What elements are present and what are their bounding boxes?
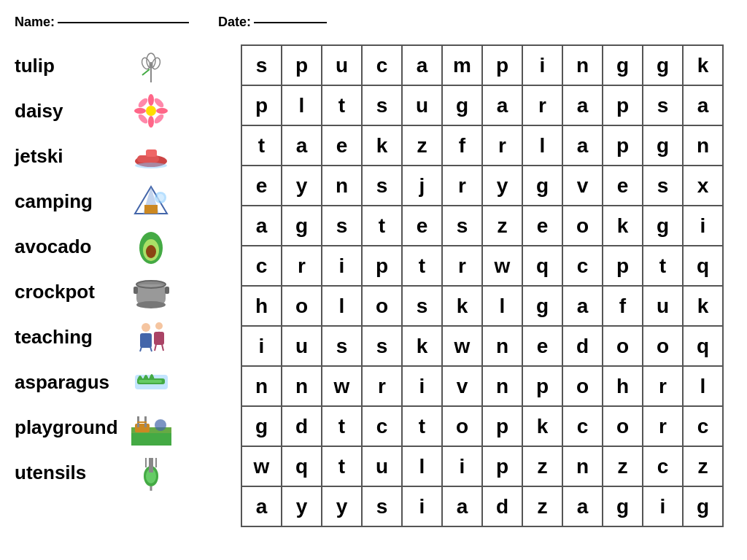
word-label: asparagus: [15, 371, 124, 394]
grid-cell: r: [442, 246, 482, 286]
grid-cell: s: [322, 206, 362, 246]
grid-cell: l: [402, 446, 442, 486]
list-item: teaching: [15, 316, 219, 358]
grid-cell: z: [603, 446, 643, 486]
grid-cell: g: [643, 125, 683, 166]
header: Name: Date:: [15, 15, 732, 30]
grid-cell: k: [402, 326, 442, 366]
word-search-grid: spucampinggkpltsugarapsataekzfrlapgneyns…: [241, 44, 724, 527]
grid-cell: n: [282, 366, 322, 406]
grid-cell: y: [322, 486, 362, 526]
grid-cell: g: [683, 486, 723, 526]
grid-cell: s: [402, 286, 442, 326]
grid-cell: s: [643, 166, 683, 206]
grid-cell: p: [603, 85, 643, 125]
grid-cell: n: [322, 166, 362, 206]
grid-cell: o: [603, 326, 643, 366]
list-item: jetski: [15, 135, 219, 177]
svg-rect-30: [165, 287, 169, 294]
list-item: asparagus: [15, 361, 219, 403]
svg-point-3: [151, 57, 162, 70]
name-field: Name:: [15, 15, 189, 30]
grid-cell: a: [562, 85, 603, 125]
svg-point-25: [146, 245, 156, 258]
grid-cell: r: [442, 166, 482, 206]
grid-cell: e: [241, 166, 282, 206]
svg-point-12: [137, 113, 150, 125]
grid-cell: o: [643, 326, 683, 366]
grid-cell: y: [282, 486, 322, 526]
grid-cell: t: [402, 406, 442, 446]
word-label: camping: [15, 190, 124, 213]
svg-point-9: [156, 108, 168, 114]
grid-cell: n: [241, 366, 282, 406]
grid-cell: c: [241, 246, 282, 286]
word-list: tulip daisy: [15, 44, 219, 527]
main-content: tulip daisy: [15, 44, 732, 527]
date-field: Date:: [218, 15, 327, 30]
grid-cell: g: [241, 406, 282, 446]
grid-cell: a: [241, 206, 282, 246]
list-item: crockpot: [15, 271, 219, 313]
svg-rect-29: [133, 287, 138, 294]
list-item: daisy: [15, 90, 219, 132]
grid-cell: c: [362, 406, 402, 446]
date-label: Date:: [218, 15, 251, 30]
grid-cell: l: [482, 286, 522, 326]
grid-cell: g: [522, 286, 562, 326]
svg-rect-52: [149, 458, 153, 472]
grid-cell: p: [362, 246, 402, 286]
grid-cell: l: [282, 85, 322, 125]
grid-cell: e: [402, 206, 442, 246]
grid-cell: r: [643, 366, 683, 406]
grid-cell: t: [362, 206, 402, 246]
list-item: tulip: [15, 44, 219, 87]
grid-cell: r: [282, 246, 322, 286]
grid-cell: l: [322, 286, 362, 326]
grid-cell: a: [482, 85, 522, 125]
grid-cell: a: [442, 486, 482, 526]
grid-cell: s: [643, 85, 683, 125]
grid-cell: n: [482, 326, 522, 366]
grid-cell: j: [402, 166, 442, 206]
grid-cell: k: [362, 125, 402, 166]
grid-cell: f: [442, 125, 482, 166]
grid-cell: o: [362, 286, 402, 326]
grid-cell: x: [683, 166, 723, 206]
date-line: [254, 22, 327, 23]
grid-cell: r: [482, 125, 522, 166]
list-item: utensils: [15, 451, 219, 494]
word-label: daisy: [15, 100, 124, 122]
grid-cell: n: [683, 125, 723, 166]
grid-cell: q: [683, 246, 723, 286]
grid-cell: z: [482, 206, 522, 246]
grid-cell: a: [562, 125, 603, 166]
svg-point-46: [155, 419, 166, 431]
grid-cell: o: [282, 286, 322, 326]
grid-cell: w: [482, 246, 522, 286]
grid-cell: c: [683, 406, 723, 446]
grid-cell: a: [683, 85, 723, 125]
name-label: Name:: [15, 15, 55, 30]
grid-cell: q: [683, 326, 723, 366]
grid-cell: d: [282, 406, 322, 446]
grid-cell: t: [322, 446, 362, 486]
grid-cell: k: [522, 406, 562, 446]
svg-point-34: [155, 322, 163, 330]
grid-cell: a: [282, 125, 322, 166]
grid-cell: a: [562, 486, 603, 526]
word-label: utensils: [15, 462, 124, 484]
list-item: camping: [15, 180, 219, 222]
grid-cell: t: [643, 246, 683, 286]
grid-cell: r: [522, 85, 562, 125]
grid-cell: u: [322, 45, 362, 85]
grid-cell: n: [562, 446, 603, 486]
grid-cell: l: [522, 125, 562, 166]
svg-point-32: [142, 323, 150, 332]
grid-cell: s: [442, 206, 482, 246]
grid-cell: p: [241, 85, 282, 125]
grid-cell: f: [603, 286, 643, 326]
grid-cell: o: [603, 406, 643, 446]
grid-cell: r: [643, 406, 683, 446]
grid-cell: s: [362, 486, 402, 526]
